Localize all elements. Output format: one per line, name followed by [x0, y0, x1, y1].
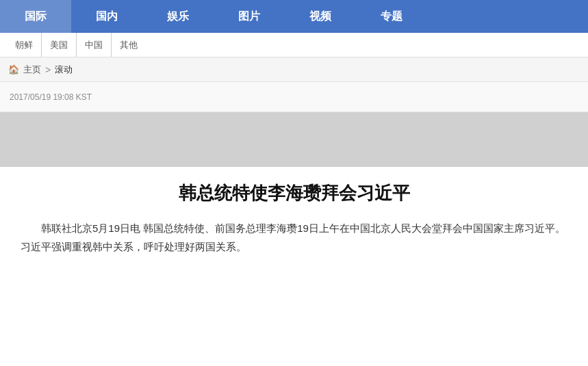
breadcrumb: 🏠 主页 > 滚动 [0, 57, 588, 82]
nav-item-photos[interactable]: 图片 [214, 0, 285, 33]
article-image-placeholder [0, 112, 588, 167]
home-icon: 🏠 [8, 64, 19, 75]
breadcrumb-current: 滚动 [55, 64, 73, 76]
article-body: 韩联社北京5月19日电 韩国总统特使、前国务总理李海瓒19日上午在中国北京人民大… [21, 219, 567, 256]
sub-nav-china[interactable]: 中国 [77, 33, 112, 57]
sub-nav: 朝鲜 美国 中国 其他 [0, 33, 588, 57]
sub-nav-north-korea[interactable]: 朝鲜 [7, 33, 42, 57]
breadcrumb-separator: > [45, 64, 51, 75]
nav-item-domestic[interactable]: 国内 [71, 0, 142, 33]
timestamp-bar: 2017/05/19 19:08 KST [0, 82, 588, 112]
nav-item-special[interactable]: 专题 [356, 0, 427, 33]
main-nav: 国际 国内 娱乐 图片 视频 专题 [0, 0, 588, 33]
nav-item-video[interactable]: 视频 [285, 0, 356, 33]
timestamp: 2017/05/19 19:08 KST [10, 92, 92, 102]
sub-nav-other[interactable]: 其他 [112, 33, 146, 57]
article-section: 韩总统特使李海瓒拜会习近平 韩联社北京5月19日电 韩国总统特使、前国务总理李海… [0, 167, 588, 276]
sub-nav-usa[interactable]: 美国 [42, 33, 77, 57]
nav-item-international[interactable]: 国际 [0, 0, 71, 33]
breadcrumb-home[interactable]: 主页 [23, 64, 41, 76]
article-title: 韩总统特使李海瓒拜会习近平 [21, 181, 567, 205]
nav-item-entertainment[interactable]: 娱乐 [142, 0, 214, 33]
